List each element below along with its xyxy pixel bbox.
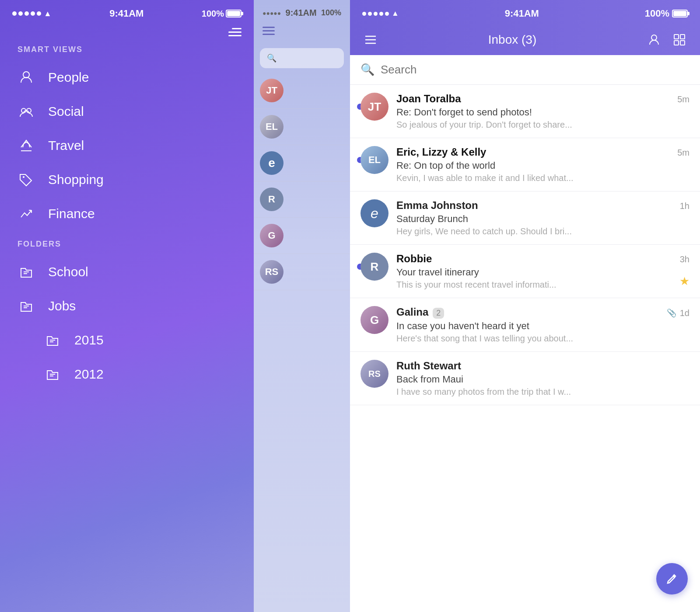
email-item-emma[interactable]: e Emma Johnston 1h Saturday Brunch Hey g… xyxy=(350,191,700,245)
email-content-galina: Galina 2 📎 1d In case you haven't heard … xyxy=(396,306,690,344)
email-header-emma: Emma Johnston 1h xyxy=(396,199,690,212)
sidebar-item-school[interactable]: School xyxy=(0,255,254,289)
sidebar-item-jobs[interactable]: Jobs xyxy=(0,289,254,323)
sender-robbie: Robbie xyxy=(396,253,432,265)
email-list: JT Joan Toralba 5m Re: Don't forget to s… xyxy=(350,85,700,612)
compose-button[interactable] xyxy=(656,563,688,595)
avatar-robbie: R xyxy=(360,253,388,281)
folder-school-icon xyxy=(18,265,35,279)
ham-line-1 xyxy=(232,28,242,29)
middle-phone: ●●●●● 9:41AM 100% 🔍 JT EL e R G RS xyxy=(254,0,350,612)
sidebar-label-2012: 2012 xyxy=(74,367,104,382)
sidebar-item-travel[interactable]: Travel xyxy=(0,129,254,163)
svg-rect-21 xyxy=(674,41,679,45)
avatar-eric: EL xyxy=(360,146,388,174)
status-icons-right: ▲ xyxy=(362,9,399,18)
email-content-joan: Joan Toralba 5m Re: Don't forget to send… xyxy=(396,93,690,130)
email-item-eric[interactable]: EL Eric, Lizzy & Kelly 5m Re: On top of … xyxy=(350,138,700,191)
sidebar-item-shopping[interactable]: Shopping xyxy=(0,163,254,197)
battery-fill-right xyxy=(673,11,686,16)
sidebar-label-2015: 2015 xyxy=(74,333,104,348)
sidebar-item-people[interactable]: People xyxy=(0,60,254,94)
svg-point-18 xyxy=(651,35,657,40)
sender-ruth: Ruth Stewart xyxy=(396,360,461,372)
email-header-joan: Joan Toralba 5m xyxy=(396,93,690,105)
mid-list-6[interactable]: RS xyxy=(254,254,350,290)
email-content-ruth: Ruth Stewart Back from Maui I have so ma… xyxy=(396,360,690,397)
subject-galina: In case you haven't heard it yet xyxy=(396,320,690,332)
sidebar-label-school: School xyxy=(48,264,88,279)
sidebar-label-finance: Finance xyxy=(48,206,95,221)
subject-emma: Saturday Brunch xyxy=(396,213,690,225)
subject-eric: Re: On top of the world xyxy=(396,160,690,171)
hamburger-button-right[interactable] xyxy=(362,31,379,48)
svg-point-4 xyxy=(23,176,24,178)
signal-dots-right xyxy=(362,12,389,16)
person-icon xyxy=(18,70,35,84)
layout-button[interactable] xyxy=(671,31,688,48)
email-item-galina[interactable]: G Galina 2 📎 1d In case you haven't hear… xyxy=(350,298,700,352)
star-icon-robbie: ★ xyxy=(679,275,690,288)
sidebar-label-people: People xyxy=(48,70,89,85)
email-item-ruth[interactable]: RS Ruth Stewart Back from Maui I have so… xyxy=(350,352,700,405)
ham-line-mid-1 xyxy=(262,27,275,28)
rdot3 xyxy=(374,12,378,16)
time-joan: 5m xyxy=(677,94,690,104)
mid-list-2[interactable]: EL xyxy=(254,109,350,145)
sender-galina: Galina xyxy=(396,306,428,318)
badge-galina: 2 xyxy=(433,308,444,319)
email-header-ruth: Ruth Stewart xyxy=(396,360,690,372)
mid-list-5[interactable]: G xyxy=(254,218,350,254)
rdot1 xyxy=(362,12,366,16)
preview-eric: Kevin, I was able to make it and I liked… xyxy=(396,173,615,183)
svg-rect-20 xyxy=(680,35,685,39)
profile-button[interactable] xyxy=(646,31,662,48)
hamburger-mid[interactable] xyxy=(254,22,350,44)
chart-icon xyxy=(18,207,35,221)
sidebar-item-finance[interactable]: Finance xyxy=(0,197,254,231)
sidebar-item-2012[interactable]: 2012 xyxy=(0,357,254,391)
rdot2 xyxy=(368,12,372,16)
avatar-emma: e xyxy=(360,199,388,227)
left-phone: ▲ 9:41AM 100% SMART VIEWS People Social xyxy=(0,0,254,612)
mid-avatar-3: e xyxy=(260,151,284,175)
preview-ruth: I have so many photos from the trip that… xyxy=(396,387,615,397)
sidebar-label-jobs: Jobs xyxy=(48,299,76,313)
sidebar-label-shopping: Shopping xyxy=(48,172,104,187)
mid-list-1[interactable]: JT xyxy=(254,73,350,109)
email-item-robbie[interactable]: R Robbie 3h Your travel itinerary This i… xyxy=(350,245,700,298)
time-eric: 5m xyxy=(677,148,690,158)
dot5 xyxy=(37,11,41,16)
email-header-eric: Eric, Lizzy & Kelly 5m xyxy=(396,146,690,158)
sidebar-item-social[interactable]: Social xyxy=(0,94,254,129)
avatar-galina: G xyxy=(360,306,388,334)
search-bar-right[interactable]: 🔍 xyxy=(350,55,700,85)
status-bar-right: ▲ 9:41AM 100% xyxy=(350,0,700,24)
search-input[interactable] xyxy=(381,63,690,76)
inbox-header: Inbox (3) xyxy=(350,24,700,55)
attachment-icon: 📎 xyxy=(667,308,676,318)
folder-2012-icon xyxy=(44,367,61,381)
search-bar-mid[interactable]: 🔍 xyxy=(260,48,344,68)
ham-line-2 xyxy=(228,31,242,33)
mid-avatar-2: EL xyxy=(260,115,284,139)
avatar-joan: JT xyxy=(360,93,388,121)
mid-avatar-1: JT xyxy=(260,79,284,102)
svg-point-0 xyxy=(23,72,29,78)
email-header-galina: Galina 2 📎 1d xyxy=(396,306,690,319)
wifi-icon: ▲ xyxy=(44,9,52,18)
mid-avatar-5: G xyxy=(260,224,284,247)
email-content-robbie: Robbie 3h Your travel itinerary This is … xyxy=(396,253,690,290)
hamburger-left[interactable] xyxy=(0,24,254,45)
folder-jobs-icon xyxy=(18,299,35,313)
rdot5 xyxy=(385,12,389,16)
mid-list-3[interactable]: e xyxy=(254,145,350,181)
mid-list-4[interactable]: R xyxy=(254,181,350,218)
sidebar-item-2015[interactable]: 2015 xyxy=(0,323,254,357)
preview-emma: Hey girls, We need to catch up. Should I… xyxy=(396,226,615,236)
subject-joan: Re: Don't forget to send photos! xyxy=(396,107,690,118)
email-item-joan[interactable]: JT Joan Toralba 5m Re: Don't forget to s… xyxy=(350,85,700,138)
email-list-wrapper: JT Joan Toralba 5m Re: Don't forget to s… xyxy=(350,85,700,612)
battery-bar-left xyxy=(226,10,242,17)
time-left: 9:41AM xyxy=(109,8,144,19)
